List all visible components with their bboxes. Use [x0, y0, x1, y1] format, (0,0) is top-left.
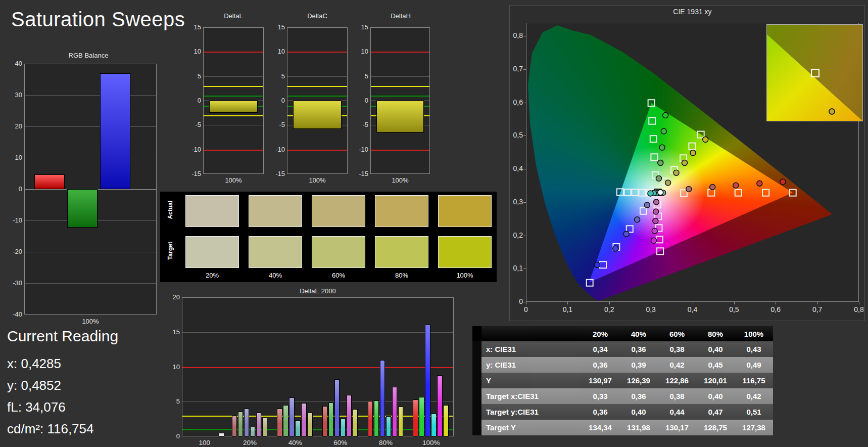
gridline [25, 95, 156, 96]
deltae-bar-magenta-100% [437, 375, 443, 436]
cie-target-square-magenta [657, 248, 663, 254]
x-tick [651, 302, 651, 304]
y-axis-label: 0,8 [507, 31, 523, 39]
table-value-cell: 0,36 [581, 404, 619, 420]
table-corner [481, 326, 581, 341]
cie-target-square-blue [600, 261, 606, 268]
limit-line [287, 86, 347, 87]
x-tick [734, 302, 735, 304]
cie-measured-circle-yellow [690, 150, 696, 156]
table-value-cell: 0,38 [658, 388, 696, 404]
cie-measured-circle-green [658, 160, 663, 166]
y-axis-label: 15 [270, 23, 285, 31]
cie-measured-circle-green [659, 145, 665, 150]
cie-measured-circle-magenta [653, 209, 659, 214]
y-tick [523, 302, 526, 302]
calibration-report: Saturation Sweeps RGB Balance 100% Delta… [0, 0, 868, 447]
gridline [25, 252, 156, 252]
deltae-bar-blue-20% [244, 409, 250, 436]
swatch-target-20% [185, 236, 239, 268]
table-value-cell: 0,33 [581, 388, 619, 404]
cie-target-square-blue [587, 280, 593, 286]
bar-delta_l [209, 101, 258, 113]
deltae-bar-blue-40% [289, 397, 295, 436]
y-axis-label: 10 [186, 48, 201, 55]
y-axis-label: 0 [270, 97, 285, 104]
table-value-cell: 126,39 [619, 373, 658, 388]
cie-target-square-yellow [698, 131, 704, 138]
cie-target-square-blue [640, 208, 647, 214]
x-tick [817, 302, 818, 304]
cie-measured-circle-magenta [652, 228, 657, 234]
table-value-cell: 0,42 [658, 357, 696, 373]
current-reading-x: x: 0,4285 [7, 356, 61, 372]
page-title: Saturation Sweeps [11, 8, 185, 31]
y-axis-label: -10 [3, 216, 22, 224]
y-axis-label: -30 [3, 279, 22, 287]
current-reading-title: Current Reading [7, 328, 118, 345]
cie-zoom-inset [766, 24, 863, 121]
table-value-cell: 0,42 [735, 388, 773, 404]
table-value-cell: 0,40 [696, 341, 735, 357]
table-row: y: CIE310,360,390,420,450,49 [472, 357, 773, 373]
swatch-col-label: 80% [375, 272, 428, 279]
cie-target-square-green [648, 100, 655, 106]
y-axis-label: -10 [270, 146, 285, 153]
table-row: Y130,97126,39122,86120,01116,75 [472, 373, 773, 388]
table-row-handle [472, 373, 481, 388]
y-tick [523, 269, 526, 269]
deltae-bar-green-40% [283, 405, 288, 436]
cie-target-square-red [708, 190, 714, 196]
table-header-cell: 80% [696, 326, 735, 341]
delta-c-title: DeltaC [287, 12, 348, 20]
swatch-col-label: 60% [312, 272, 365, 279]
deltae-bar-magenta-80% [392, 387, 398, 436]
y-axis-label: 15 [353, 23, 368, 31]
cie-target-square-cyan [639, 190, 646, 196]
y-tick [523, 236, 526, 236]
swatch-actual-20% [185, 195, 239, 227]
delta-l-xlabel: 100% [203, 176, 264, 184]
swatch-col-label: 20% [185, 272, 239, 279]
y-axis-label: 0 [353, 97, 368, 104]
table-header-cell: 100% [735, 326, 773, 341]
deltae-bar-cyan-100% [431, 414, 437, 436]
y-axis-label: 40 [3, 60, 22, 67]
table-row-label: x: CIE31 [481, 341, 581, 357]
table-row-label: Target x:CIE31 [481, 388, 581, 404]
delta-c-xlabel: 100% [287, 176, 348, 184]
cie-measured-circle-white [658, 190, 663, 195]
deltae-bar-cyan-80% [386, 416, 392, 436]
rgb-balance-title: RGB Balance [20, 52, 157, 59]
y-axis-label: 10 [353, 48, 368, 55]
table-value-cell: 122,86 [658, 373, 696, 388]
cie-inset-target-square [811, 69, 819, 77]
table-value-cell: 0,43 [735, 341, 773, 357]
cie-target-square-cyan [624, 189, 631, 196]
y-axis-label: -10 [186, 146, 201, 153]
y-axis-label: -15 [270, 170, 285, 177]
limit-line [371, 150, 429, 151]
saturation-swatch-panel: ActualTarget20%40%60%80%100% [160, 192, 497, 282]
table-header-cell: 40% [619, 326, 658, 341]
y-axis-label: 30 [3, 91, 22, 99]
cie-measured-circle-magenta [653, 218, 658, 224]
table-value-cell: 0,45 [696, 357, 735, 373]
x-axis-label: 0,7 [807, 305, 828, 314]
swatch-actual-60% [312, 195, 365, 227]
y-axis-label: 0,5 [507, 131, 523, 139]
cie-target-square-cyan [632, 189, 638, 196]
bar-green [67, 189, 98, 228]
deltae-2000-title: DeltaE 2000 [182, 287, 454, 295]
cie-measured-circle-blue [613, 246, 618, 251]
deltae-bar-green-80% [374, 400, 379, 437]
swatch-actual-40% [249, 195, 302, 227]
y-tick [523, 136, 526, 136]
x-axis-label: 60% [320, 439, 361, 446]
table-value-cell: 0,40 [696, 388, 735, 404]
limit-line [204, 115, 263, 116]
cie-target-square-cyan [617, 189, 623, 195]
cie-measured-circle-red [733, 183, 739, 188]
table-row-handle [472, 388, 481, 404]
deltae-bar-yellow-100% [443, 405, 449, 436]
